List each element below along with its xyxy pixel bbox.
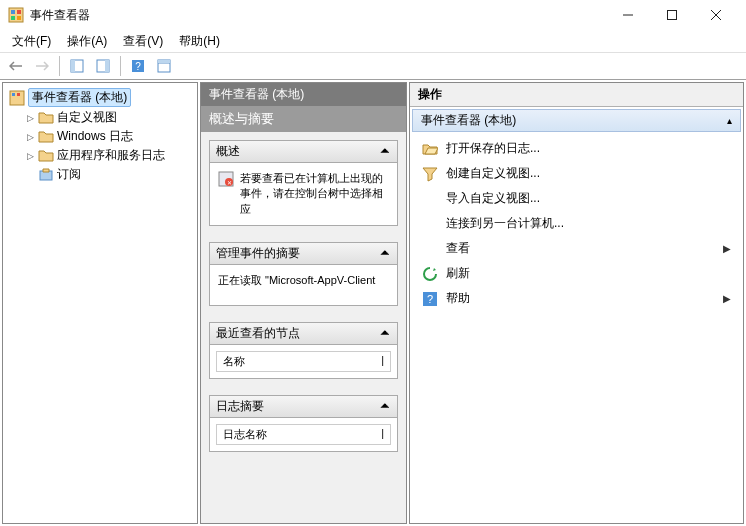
svg-rect-4 xyxy=(17,16,21,20)
expand-icon[interactable]: ▷ xyxy=(25,151,35,161)
action-label: 创建自定义视图... xyxy=(446,165,540,182)
action-connect-computer[interactable]: 连接到另一台计算机... xyxy=(414,211,739,236)
tree-item-windows-logs[interactable]: ▷ Windows 日志 xyxy=(21,127,195,146)
blank-icon xyxy=(422,241,438,257)
action-import-custom-view[interactable]: 导入自定义视图... xyxy=(414,186,739,211)
collapse-icon[interactable]: ⏶ xyxy=(379,398,391,415)
overview-text: 若要查看已在计算机上出现的事件，请在控制台树中选择相应 xyxy=(240,171,389,217)
forward-button[interactable] xyxy=(30,54,54,78)
menu-view[interactable]: 查看(V) xyxy=(117,31,169,52)
actions-header: 操作 xyxy=(410,83,743,107)
blank-icon xyxy=(422,191,438,207)
show-hide-tree-button[interactable] xyxy=(65,54,89,78)
log-summary-header[interactable]: 日志摘要 ⏶ xyxy=(210,396,397,418)
filter-icon xyxy=(422,166,438,182)
tree-item-app-services-logs[interactable]: ▷ 应用程序和服务日志 xyxy=(21,146,195,165)
collapse-icon[interactable]: ⏶ xyxy=(379,325,391,342)
tree-item-label: 自定义视图 xyxy=(57,109,117,126)
maximize-button[interactable] xyxy=(650,1,694,29)
overview-panel-header[interactable]: 概述 ⏶ xyxy=(210,141,397,163)
svg-rect-19 xyxy=(12,93,15,96)
help-button[interactable]: ? xyxy=(126,54,150,78)
admin-summary-panel: 管理事件的摘要 ⏶ 正在读取 "Microsoft-AppV-Client xyxy=(209,242,398,306)
event-viewer-icon xyxy=(9,90,25,106)
panel-title: 概述 xyxy=(216,143,379,160)
svg-rect-1 xyxy=(11,10,15,14)
svg-text:?: ? xyxy=(427,293,433,305)
action-label: 查看 xyxy=(446,240,470,257)
app-icon xyxy=(8,7,24,23)
folder-icon xyxy=(38,148,54,164)
actions-pane: 操作 事件查看器 (本地) ▴ 打开保存的日志... 创建自定义视图... 导入… xyxy=(409,82,744,524)
toolbar-separator xyxy=(120,56,121,76)
center-subheader: 概述与摘要 xyxy=(201,106,406,132)
action-create-custom-view[interactable]: 创建自定义视图... xyxy=(414,161,739,186)
panel-title: 最近查看的节点 xyxy=(216,325,379,342)
tree-root[interactable]: 事件查看器 (本地) xyxy=(5,87,195,108)
minimize-button[interactable] xyxy=(606,1,650,29)
main-content: 事件查看器 (本地) ▷ 自定义视图 ▷ Windows 日志 ▷ 应用程序和服… xyxy=(0,80,746,526)
close-button[interactable] xyxy=(694,1,738,29)
open-log-icon xyxy=(422,141,438,157)
toolbar-separator xyxy=(59,56,60,76)
tree-item-label: 订阅 xyxy=(57,166,81,183)
center-pane: 事件查看器 (本地) 概述与摘要 概述 ⏶ ✕ 若要查看已在计算机上出现的事件，… xyxy=(200,82,407,524)
panel-title: 日志摘要 xyxy=(216,398,379,415)
action-refresh[interactable]: 刷新 xyxy=(414,261,739,286)
svg-rect-12 xyxy=(105,60,109,72)
actions-section-title[interactable]: 事件查看器 (本地) ▴ xyxy=(412,109,741,132)
panel-title: 管理事件的摘要 xyxy=(216,245,379,262)
tree-item-label: Windows 日志 xyxy=(57,128,133,145)
log-summary-column-row[interactable]: 日志名称 | xyxy=(216,424,391,445)
tree-item-label: 应用程序和服务日志 xyxy=(57,147,165,164)
action-label: 刷新 xyxy=(446,265,470,282)
action-label: 帮助 xyxy=(446,290,470,307)
action-view[interactable]: 查看 ▶ xyxy=(414,236,739,261)
center-header: 事件查看器 (本地) xyxy=(201,83,406,106)
folder-icon xyxy=(38,129,54,145)
submenu-arrow-icon: ▶ xyxy=(723,243,731,254)
navigation-tree[interactable]: 事件查看器 (本地) ▷ 自定义视图 ▷ Windows 日志 ▷ 应用程序和服… xyxy=(2,82,198,524)
window-title: 事件查看器 xyxy=(30,7,606,24)
section-title-text: 事件查看器 (本地) xyxy=(421,112,516,129)
column-name: 名称 xyxy=(223,354,245,369)
reading-text: 正在读取 "Microsoft-AppV-Client xyxy=(218,273,375,288)
collapse-icon[interactable]: ⏶ xyxy=(379,143,391,160)
menu-action[interactable]: 操作(A) xyxy=(61,31,113,52)
menubar: 文件(F) 操作(A) 查看(V) 帮助(H) xyxy=(0,30,746,52)
subscriptions-icon xyxy=(38,167,54,183)
svg-rect-3 xyxy=(11,16,15,20)
help-icon: ? xyxy=(422,291,438,307)
expand-icon[interactable]: ▷ xyxy=(25,113,35,123)
actions-list: 打开保存的日志... 创建自定义视图... 导入自定义视图... 连接到另一台计… xyxy=(410,134,743,523)
svg-rect-6 xyxy=(668,11,677,20)
tree-item-subscriptions[interactable]: 订阅 xyxy=(21,165,195,184)
menu-file[interactable]: 文件(F) xyxy=(6,31,57,52)
action-label: 连接到另一台计算机... xyxy=(446,215,564,232)
toolbar: ? xyxy=(0,52,746,80)
svg-text:?: ? xyxy=(135,61,141,72)
center-body[interactable]: 概述 ⏶ ✕ 若要查看已在计算机上出现的事件，请在控制台树中选择相应 管理事件的… xyxy=(201,132,406,523)
menu-help[interactable]: 帮助(H) xyxy=(173,31,226,52)
recent-column-row[interactable]: 名称 | xyxy=(216,351,391,372)
admin-summary-header[interactable]: 管理事件的摘要 ⏶ xyxy=(210,243,397,265)
column-sep: | xyxy=(381,427,384,442)
tree-item-custom-views[interactable]: ▷ 自定义视图 xyxy=(21,108,195,127)
action-help[interactable]: ? 帮助 ▶ xyxy=(414,286,739,311)
collapse-arrow-icon[interactable]: ▴ xyxy=(727,115,732,126)
titlebar: 事件查看器 xyxy=(0,0,746,30)
show-hide-actions-button[interactable] xyxy=(91,54,115,78)
log-summary-panel: 日志摘要 ⏶ 日志名称 | xyxy=(209,395,398,452)
collapse-icon[interactable]: ⏶ xyxy=(379,245,391,262)
expand-icon[interactable]: ▷ xyxy=(25,132,35,142)
svg-rect-17 xyxy=(158,60,170,63)
recent-header[interactable]: 最近查看的节点 ⏶ xyxy=(210,323,397,345)
action-open-saved-log[interactable]: 打开保存的日志... xyxy=(414,136,739,161)
folder-icon xyxy=(38,110,54,126)
spacer xyxy=(25,170,35,180)
back-button[interactable] xyxy=(4,54,28,78)
info-icon: ✕ xyxy=(218,171,234,187)
svg-rect-10 xyxy=(71,60,75,72)
blank-icon xyxy=(422,216,438,232)
properties-button[interactable] xyxy=(152,54,176,78)
